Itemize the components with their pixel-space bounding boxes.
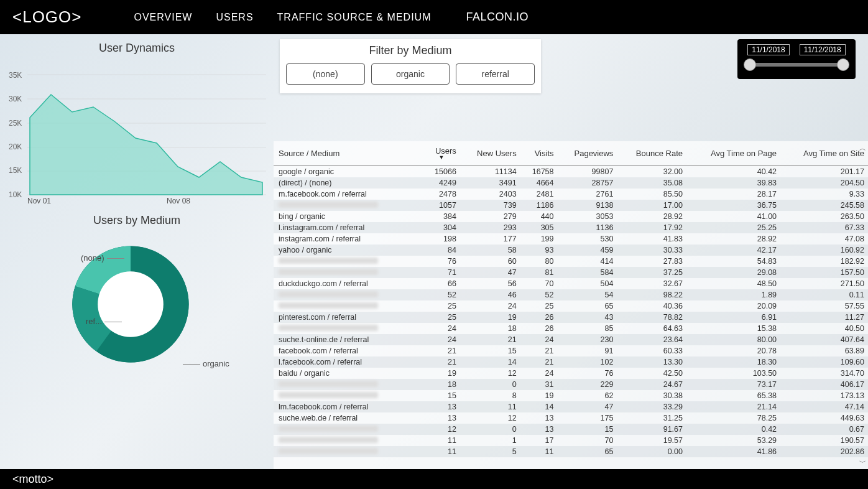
cell-ats: 40.50 — [780, 323, 868, 334]
cell-new-users: 21 — [460, 334, 520, 345]
table-row[interactable]: pinterest.com / referral2519264378.826.9… — [274, 312, 868, 323]
table-row[interactable]: 5246525498.221.890.11 — [274, 289, 868, 300]
table-row[interactable]: google / organic1506611134167589980732.0… — [274, 166, 868, 178]
date-end[interactable]: 11/12/2018 — [800, 44, 846, 55]
cell-pageviews: 65 — [558, 446, 617, 457]
cell-new-users: 5 — [460, 446, 520, 457]
cell-new-users: 11134 — [460, 166, 520, 178]
nav-users[interactable]: USERS — [216, 12, 253, 23]
cell-ats: 182.92 — [780, 256, 868, 267]
cell-users: 15 — [423, 390, 460, 401]
cell-users: 198 — [423, 233, 460, 244]
cell-bounce-rate: 40.36 — [617, 300, 686, 312]
table-row[interactable]: (direct) / (none)4249349146642875735.083… — [274, 177, 868, 189]
cell-pageviews: 65 — [558, 300, 617, 312]
filter-referral-button[interactable]: referral — [456, 63, 535, 85]
col-visits[interactable]: Visits — [520, 141, 558, 166]
col-pageviews[interactable]: Pageviews — [558, 141, 617, 166]
cell-source — [274, 256, 423, 267]
cell-bounce-rate: 33.29 — [617, 401, 686, 412]
cell-ats: 9.33 — [780, 189, 868, 200]
cell-source — [274, 446, 423, 457]
cell-visits: 26 — [520, 312, 558, 323]
table-row[interactable]: 2418268564.6315.3840.50 — [274, 323, 868, 334]
cell-bounce-rate: 64.63 — [617, 323, 686, 334]
col-new-users[interactable]: New Users — [460, 141, 520, 166]
cell-pageviews: 99807 — [558, 166, 617, 178]
table-row[interactable]: duckduckgo.com / referral66567050432.674… — [274, 278, 868, 289]
table-row[interactable]: 71478158437.2529.08157.50 — [274, 267, 868, 278]
table-row[interactable]: 10577391186913817.0036.75245.58 — [274, 200, 868, 211]
cell-users: 13 — [423, 401, 460, 412]
nav-overview[interactable]: OVERVIEW — [134, 12, 193, 23]
cell-pageviews: 43 — [558, 312, 617, 323]
cell-visits: 21 — [520, 356, 558, 368]
user-dynamics-chart[interactable]: 35K 30K 25K 20K 15K 10K Nov 01 Nov 08 — [5, 57, 266, 207]
table-row[interactable]: lm.facebook.com / referral1311144733.292… — [274, 401, 868, 412]
cell-ats: 109.60 — [780, 356, 868, 368]
cell-atp: 41.00 — [686, 211, 780, 222]
cell-pageviews: 2761 — [558, 189, 617, 200]
slider-start-knob[interactable] — [744, 58, 756, 71]
cell-users: 24 — [423, 323, 460, 334]
cell-visits: 52 — [520, 289, 558, 300]
table-row[interactable]: baidu / organic1912247642.50103.50314.70 — [274, 368, 868, 379]
cell-pageviews: 414 — [558, 256, 617, 267]
table-row[interactable]: 120131591.670.420.67 — [274, 424, 868, 435]
cell-bounce-rate: 24.67 — [617, 379, 686, 390]
cell-pageviews: 102 — [558, 356, 617, 368]
table-row[interactable]: 158196230.3865.38173.13 — [274, 390, 868, 401]
nav-traffic-source[interactable]: TRAFFIC SOURCE & MEDIUM — [277, 12, 432, 23]
cell-source: duckduckgo.com / referral — [274, 278, 423, 289]
cell-users: 19 — [423, 368, 460, 379]
cell-bounce-rate: 42.50 — [617, 368, 686, 379]
table-row[interactable]: facebook.com / referral2115219160.3320.7… — [274, 345, 868, 356]
cell-pageviews: 504 — [558, 278, 617, 289]
cell-pageviews: 15 — [558, 424, 617, 435]
table-row[interactable]: bing / organic384279440305328.9241.00263… — [274, 211, 868, 222]
col-avg-time-page[interactable]: Avg Time on Page — [686, 141, 780, 166]
cell-users: 2478 — [423, 189, 460, 200]
date-slider[interactable] — [747, 63, 846, 67]
cell-source: l.instagram.com / referral — [274, 222, 423, 233]
cell-ats: 449.63 — [780, 412, 868, 424]
users-by-medium-chart[interactable]: (none) ref... organic — [0, 230, 261, 404]
table-row[interactable]: 2524256540.3620.0957.55 — [274, 300, 868, 312]
table-row[interactable]: instagram.com / referral19817719953041.8… — [274, 233, 868, 244]
cell-users: 13 — [423, 412, 460, 424]
table-header-row: Source / Medium Users▼ New Users Visits … — [274, 141, 868, 166]
table-row[interactable]: yahoo / organic84589345930.3342.17160.92 — [274, 244, 868, 256]
cell-source: m.facebook.com / referral — [274, 189, 423, 200]
x-tick: Nov 08 — [167, 197, 190, 205]
cell-atp: 78.25 — [686, 412, 780, 424]
table-row[interactable]: 111177019.5753.29190.57 — [274, 435, 868, 446]
scroll-down-icon[interactable]: ﹀ — [858, 458, 867, 467]
table-row[interactable]: 1803122924.6773.17406.17 — [274, 379, 868, 390]
col-source[interactable]: Source / Medium — [274, 141, 423, 166]
col-users[interactable]: Users▼ — [423, 141, 460, 166]
logo: <LOGO> — [12, 7, 82, 27]
date-start[interactable]: 11/1/2018 — [747, 44, 789, 55]
cell-atp: 20.09 — [686, 300, 780, 312]
filter-none-button[interactable]: (none) — [286, 63, 365, 85]
table-row[interactable]: 76608041427.8354.83182.92 — [274, 256, 868, 267]
donut-svg — [44, 230, 218, 379]
table-row[interactable]: 11511650.0041.86202.86 — [274, 446, 868, 457]
cell-atp: 15.38 — [686, 323, 780, 334]
table-row[interactable]: m.facebook.com / referral247824032481276… — [274, 189, 868, 200]
cell-ats: 11.27 — [780, 312, 868, 323]
table-row[interactable]: l.facebook.com / referral21142110213.301… — [274, 356, 868, 368]
cell-new-users: 60 — [460, 256, 520, 267]
col-bounce-rate[interactable]: Bounce Rate — [617, 141, 686, 166]
cell-source: (direct) / (none) — [274, 177, 423, 189]
table-row[interactable]: l.instagram.com / referral30429330511361… — [274, 222, 868, 233]
cell-pageviews: 47 — [558, 401, 617, 412]
slider-end-knob[interactable] — [837, 58, 849, 71]
filter-organic-button[interactable]: organic — [371, 63, 450, 85]
cell-bounce-rate: 32.00 — [617, 166, 686, 178]
cell-visits: 1186 — [520, 200, 558, 211]
table-row[interactable]: suche.t-online.de / referral24212423023.… — [274, 334, 868, 345]
col-avg-time-site[interactable]: Avg Time on Site — [780, 141, 868, 166]
table-row[interactable]: suche.web.de / referral13121317531.2578.… — [274, 412, 868, 424]
brand-label: FALCON.IO — [466, 11, 529, 24]
